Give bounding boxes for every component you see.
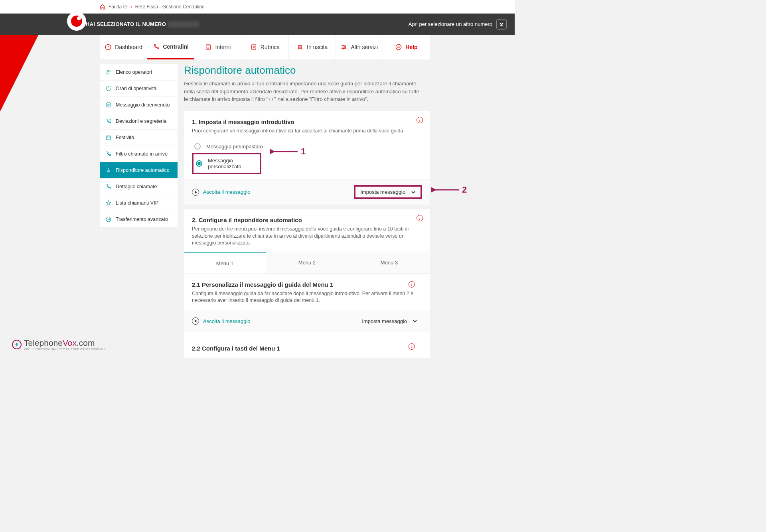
watermark-suffix: .com [77,338,95,347]
step22-title: 2.2 Configura i tasti del Menu 1 [192,345,422,352]
listen-label: Ascolta il messaggio [203,318,251,324]
svg-rect-23 [107,136,111,140]
selected-number-label: HAI SELEZIONATO IL NUMERO [86,21,166,27]
tab-interni-label: Interni [215,44,231,50]
sidebar-item-festivita[interactable]: Festività [100,130,178,146]
set-message-dropdown[interactable]: Imposta messaggio [354,185,422,199]
chat-icon [395,43,402,51]
expand-number-selector-button[interactable] [496,19,507,30]
listen-row-step1: Ascolta il messaggio Imposta messaggio [184,179,430,205]
tab-centralini[interactable]: Centralini [147,35,194,59]
chevron-down-icon [411,190,416,195]
radio-personalizzato[interactable]: Messaggio personalizzato [196,156,260,171]
svg-point-18 [398,47,399,47]
svg-point-12 [301,48,302,49]
info-icon[interactable]: i [417,117,423,123]
sidebar-item-vip[interactable]: Lista chiamanti VIP [100,195,178,211]
annotation-number: 1 [301,146,306,157]
step1-sub: Puoi configurare un messaggio introdutti… [192,128,422,135]
svg-point-10 [298,48,299,49]
brand-logo [67,12,86,31]
tab-altri-servizi[interactable]: Altri servizi [336,35,383,59]
info-icon[interactable]: i [409,343,415,350]
menu-tab-1[interactable]: Menu 1 [184,252,266,274]
dialpad-icon [296,43,304,51]
svg-rect-24 [108,168,109,171]
sidebar-item-risponditore[interactable]: Risponditore automatico [100,162,178,179]
svg-point-4 [298,45,299,46]
selected-number-value [168,21,199,28]
annotation-arrow-1: 1 [270,146,306,157]
tab-interni[interactable]: Interni [194,35,241,59]
watermark-brand2: Vox [63,338,77,347]
sidebar-item-label: Festività [116,135,134,140]
svg-point-16 [396,44,401,50]
sidebar-item-label: Dettaglio chiamate [116,184,157,189]
step1-title: 1. Imposta il messaggio introduttivo [192,118,422,125]
tab-in-uscita[interactable]: In uscita [289,35,336,59]
svg-point-7 [298,47,299,47]
radio-preimpostato[interactable]: Messaggio preimpostato [192,140,422,153]
tab-dashboard-label: Dashboard [115,44,142,50]
watermark-brand: Telephone [24,338,63,347]
sidebar-item-label: Risponditore automatico [116,167,170,173]
listen-label: Ascolta il messaggio [203,189,251,195]
page-title: Risponditore automatico [184,64,430,77]
office-phone-icon [205,43,212,51]
svg-point-22 [106,102,111,107]
sidebar-item-filtro-chiamate[interactable]: Filtro chiamate in arrivo [100,146,178,162]
tab-rubrica[interactable]: Rubrica [241,35,288,59]
svg-point-3 [253,46,254,47]
info-icon[interactable]: i [409,281,415,288]
radio-icon [194,143,201,150]
main-panel: Risponditore automatico Gestisci le chia… [184,64,430,358]
open-number-selector-label: Apri per selezionare un altro numero [409,21,492,27]
sliders-icon [340,43,347,51]
radio-label: Messaggio personalizzato [208,158,260,169]
svg-point-21 [109,71,110,72]
menu-tabs: Menu 1 Menu 2 Menu 3 [184,252,430,274]
tab-in-uscita-label: In uscita [307,44,328,50]
step2-title: 2. Configura il risponditore automatico [192,217,422,223]
sidebar-item-deviazioni[interactable]: Deviazioni e segreteria [100,113,178,130]
menu-tab-label: Menu 3 [381,260,398,266]
sidebar-item-label: Elenco operatori [116,69,152,75]
svg-point-19 [399,47,400,47]
set-message-dropdown[interactable]: Imposta messaggio [357,316,422,327]
tab-altri-servizi-label: Altri servizi [351,44,378,50]
annotation-arrow-2: 2 [431,185,467,195]
tab-help[interactable]: Help [383,35,430,59]
menu-tab-3[interactable]: Menu 3 [348,252,430,274]
card-step2: i 2. Configura il risponditore automatic… [184,209,430,358]
listen-row-step21: Ascolta il messaggio Imposta messaggio [184,310,430,332]
menu-tab-label: Menu 2 [298,260,316,266]
step21-title: 2.1 Personalizza il messaggio di guida d… [192,281,422,288]
watermark-tagline: VOCI PROFESSIONALI PER AZIENDE PROFESSIO… [24,348,105,351]
svg-point-6 [301,45,302,46]
number-selector-bar: HAI SELEZIONATO IL NUMERO Apri per selez… [0,14,515,35]
gauge-icon [105,43,112,51]
sidebar-item-elenco-operatori[interactable]: Elenco operatori [100,64,178,81]
sidebar-item-benvenuto[interactable]: Messaggio di benvenuto [100,97,178,113]
phone-icon [152,43,160,50]
menu-tab-2[interactable]: Menu 2 [266,252,348,274]
sidebar: Elenco operatori Orari di operatività Me… [100,64,178,228]
addressbook-icon [250,43,257,51]
svg-point-17 [397,47,398,47]
listen-message-button[interactable]: Ascolta il messaggio [192,317,251,325]
watermark: TelephoneVox.com VOCI PROFESSIONALI PER … [12,338,105,351]
sidebar-item-trasferimento[interactable]: Trasferimento avanzato [100,211,178,228]
tab-help-label: Help [405,44,417,50]
tab-dashboard[interactable]: Dashboard [100,35,147,59]
play-icon [192,317,199,325]
svg-point-9 [301,47,302,47]
radio-label: Messaggio preimpostato [206,144,263,150]
chevron-right-icon: › [130,4,132,10]
page-description: Gestisci le chiamate in arrivo al tuo ce… [184,80,423,103]
breadcrumb-home[interactable]: Fai da te [109,4,127,10]
info-icon[interactable]: i [417,215,423,221]
sidebar-item-orari[interactable]: Orari di operatività [100,81,178,97]
breadcrumb-page[interactable]: Rete Fissa - Gestione Centralino [135,4,205,10]
sidebar-item-dettaglio-chiamate[interactable]: Dettaglio chiamate [100,179,178,195]
listen-message-button[interactable]: Ascolta il messaggio [192,189,251,196]
